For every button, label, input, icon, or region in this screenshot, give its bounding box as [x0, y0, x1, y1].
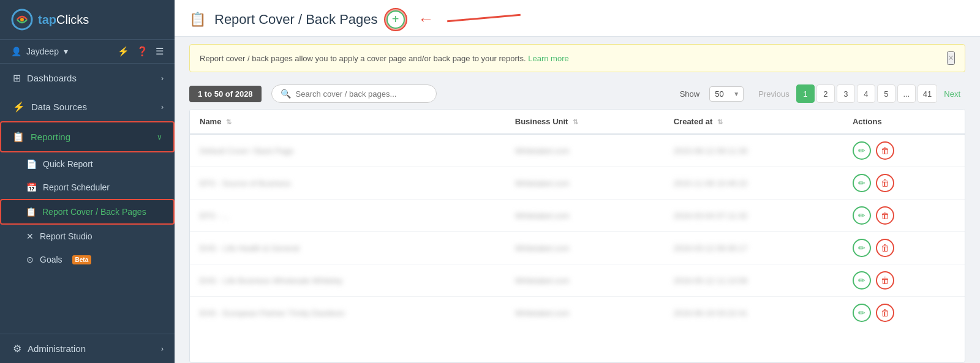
- delete-button[interactable]: 🗑: [876, 239, 894, 257]
- col-header-name[interactable]: Name ⇅: [190, 110, 505, 134]
- sidebar-item-reporting[interactable]: 📋 Reporting ∨: [0, 121, 175, 152]
- data-table: Name ⇅ Business Unit ⇅ Created at ⇅ Acti…: [190, 110, 965, 329]
- delete-button[interactable]: 🗑: [876, 141, 894, 160]
- search-input[interactable]: [296, 89, 418, 99]
- col-header-created-at[interactable]: Created at ⇅: [664, 110, 843, 134]
- add-cover-page-button[interactable]: +: [386, 10, 405, 29]
- table-row: EFS - ...Whitelabel.com2016-03-04 07:11:…: [190, 200, 965, 232]
- page-button-2[interactable]: 2: [816, 84, 835, 103]
- col-header-business-unit[interactable]: Business Unit ⇅: [505, 110, 664, 134]
- sidebar-bottom: ⚙ Administration ›: [0, 334, 175, 363]
- col-created-at-label: Created at: [674, 117, 713, 126]
- info-banner-text: Report cover / back pages allow you to a…: [200, 54, 569, 63]
- sidebar-item-dashboards[interactable]: ⊞ Dashboards ›: [0, 64, 175, 92]
- page-button-4[interactable]: 4: [857, 84, 875, 103]
- sidebar-item-report-cover-back[interactable]: 📋 Report Cover / Back Pages: [0, 199, 175, 225]
- sidebar-item-quick-report[interactable]: 📄 Quick Report: [0, 152, 175, 176]
- col-header-actions: Actions: [843, 110, 965, 134]
- quick-report-icon: 📄: [26, 159, 37, 169]
- sidebar: tapClicks 👤 Jaydeep ▾ ⚡ ❓ ☰ ⊞ Dashboards…: [0, 0, 175, 363]
- next-page-button[interactable]: Next: [939, 84, 965, 103]
- delete-button[interactable]: 🗑: [876, 304, 894, 322]
- sidebar-item-goals[interactable]: ⊙ Goals Beta: [0, 248, 175, 271]
- reporting-label: Reporting: [31, 132, 70, 142]
- administration-chevron: ›: [161, 345, 164, 353]
- goals-label: Goals: [40, 255, 62, 264]
- delete-button[interactable]: 🗑: [876, 206, 894, 225]
- edit-button[interactable]: ✏: [853, 141, 871, 160]
- username-label[interactable]: Jaydeep: [26, 47, 59, 56]
- page-button-3[interactable]: 3: [837, 84, 855, 103]
- edit-button[interactable]: ✏: [853, 174, 871, 192]
- row-business-unit: Whitelabel.com: [505, 167, 664, 200]
- edit-button[interactable]: ✏: [853, 271, 871, 290]
- edit-button[interactable]: ✏: [853, 206, 871, 225]
- show-per-page-select[interactable]: 10 25 50 100: [709, 86, 744, 102]
- add-button-arrow: ←: [418, 10, 434, 29]
- toolbar: 1 to 50 of 2028 🔍 Show 10 25 50 100 Prev…: [175, 80, 980, 109]
- info-banner-message: Report cover / back pages allow you to a…: [200, 54, 526, 63]
- show-label: Show: [680, 89, 700, 99]
- sidebar-item-data-sources[interactable]: ⚡ Data Sources ›: [0, 92, 175, 121]
- page-title: Report Cover / Back Pages: [214, 12, 378, 28]
- row-business-unit: Whitelabel.com: [505, 297, 664, 329]
- pagination: Previous 1 2 3 4 5 ... 41 Next: [753, 84, 965, 103]
- table-row: EHS - Life Business Wholesale WhiteleyWh…: [190, 264, 965, 297]
- row-created-at: 2016-03-12 09:30:17: [664, 232, 843, 264]
- search-box[interactable]: 🔍: [271, 84, 437, 103]
- dashboards-icon: ⊞: [13, 72, 21, 84]
- edit-button[interactable]: ✏: [853, 304, 871, 322]
- record-count-badge: 1 to 50 of 2028: [189, 86, 262, 102]
- table-row: EHS - European Partner Trinity DavidsonW…: [190, 297, 965, 329]
- table-body: Default Cover / Back PageWhitelabel.com2…: [190, 134, 965, 329]
- search-icon: 🔍: [281, 89, 291, 99]
- sidebar-nav: ⊞ Dashboards › ⚡ Data Sources › 📋 Report…: [0, 64, 175, 334]
- row-name: EFS - ...: [190, 200, 505, 232]
- col-name-label: Name: [200, 117, 221, 126]
- table-row: EHS - Life Health & GeneralWhitelabel.co…: [190, 232, 965, 264]
- goals-icon: ⊙: [26, 255, 34, 264]
- page-button-41[interactable]: 41: [918, 84, 937, 103]
- row-actions: ✏🗑: [843, 297, 965, 329]
- page-header: 📋 Report Cover / Back Pages + ←: [175, 0, 980, 37]
- report-cover-label: Report Cover / Back Pages: [42, 207, 146, 217]
- row-business-unit: Whitelabel.com: [505, 232, 664, 264]
- row-name: EHS - Life Health & General: [190, 232, 505, 264]
- user-chevron[interactable]: ▾: [64, 47, 68, 56]
- row-business-unit: Whitelabel.com: [505, 134, 664, 167]
- row-created-at: 2015-08-12 09:11:30: [664, 134, 843, 167]
- help-icon[interactable]: ❓: [137, 46, 148, 57]
- main-content: 📋 Report Cover / Back Pages + ← Report c…: [175, 0, 980, 363]
- row-name: EHS - European Partner Trinity Davidson: [190, 297, 505, 329]
- delete-button[interactable]: 🗑: [876, 271, 894, 290]
- data-sources-chevron: ›: [161, 103, 164, 111]
- row-name: EFS - Source of Business: [190, 167, 505, 200]
- row-business-unit: Whitelabel.com: [505, 264, 664, 297]
- logo-text: tapClicks: [38, 13, 89, 27]
- sidebar-logo: tapClicks: [0, 0, 175, 40]
- col-actions-label: Actions: [853, 117, 882, 126]
- dashboards-chevron: ›: [161, 74, 164, 83]
- previous-page-button[interactable]: Previous: [753, 84, 794, 103]
- sidebar-item-report-scheduler[interactable]: 📅 Report Scheduler: [0, 176, 175, 199]
- learn-more-link[interactable]: Learn more: [528, 54, 568, 63]
- info-banner-close-button[interactable]: ×: [947, 51, 955, 65]
- quick-action-icon[interactable]: ⚡: [118, 46, 129, 57]
- page-button-1[interactable]: 1: [796, 84, 815, 103]
- user-info[interactable]: 👤 Jaydeep ▾: [11, 47, 68, 56]
- reporting-icon: 📋: [12, 131, 24, 143]
- delete-button[interactable]: 🗑: [876, 174, 894, 192]
- quick-report-label: Quick Report: [43, 159, 93, 169]
- sidebar-item-administration[interactable]: ⚙ Administration ›: [0, 334, 175, 363]
- page-button-5[interactable]: 5: [877, 84, 895, 103]
- sidebar-item-report-studio[interactable]: ✕ Report Studio: [0, 225, 175, 248]
- settings-menu-icon[interactable]: ☰: [156, 46, 164, 57]
- table-row: Default Cover / Back PageWhitelabel.com2…: [190, 134, 965, 167]
- row-name: EHS - Life Business Wholesale Whiteley: [190, 264, 505, 297]
- edit-button[interactable]: ✏: [853, 239, 871, 257]
- row-actions: ✏🗑: [843, 167, 965, 200]
- data-sources-icon: ⚡: [13, 101, 25, 113]
- data-table-container: Name ⇅ Business Unit ⇅ Created at ⇅ Acti…: [189, 109, 965, 363]
- sidebar-quick-icons: ⚡ ❓ ☰: [118, 46, 164, 57]
- row-actions: ✏🗑: [843, 134, 965, 167]
